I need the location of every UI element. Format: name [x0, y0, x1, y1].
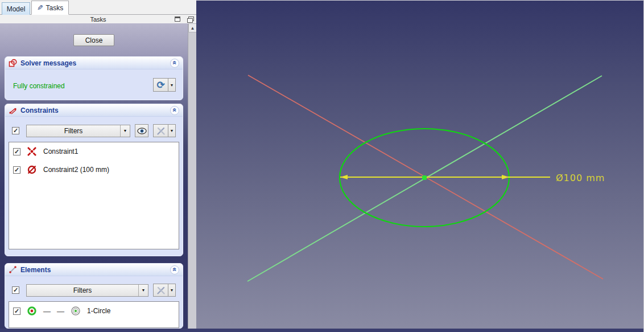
wrench-screwdriver-icon	[156, 286, 166, 295]
chevron-down-icon: ▼	[138, 285, 148, 296]
dimension-label: Ø100 mm	[556, 173, 605, 183]
solver-status-text: Fully constrained	[13, 82, 65, 90]
scroll-up-icon[interactable]: ▲	[188, 23, 197, 32]
constraint-label: Constraint2 (100 mm)	[43, 166, 109, 174]
elements-title: Elements	[20, 266, 167, 274]
constraints-check-all-checkbox[interactable]	[12, 127, 19, 134]
tab-tasks-label: Tasks	[46, 4, 64, 12]
constraint1-checkbox[interactable]	[13, 148, 20, 155]
constraints-filters-label: Filters	[27, 127, 120, 135]
circle-edge-icon	[27, 306, 37, 316]
elements-header[interactable]: Elements «	[5, 264, 183, 276]
dock-title: Tasks	[90, 16, 106, 23]
dock-titlebar: Tasks	[0, 15, 196, 23]
eye-icon	[137, 128, 147, 134]
element-label: 1-Circle	[87, 307, 110, 315]
wrench-screwdriver-icon	[156, 126, 166, 136]
elements-icon	[9, 265, 17, 274]
constraints-icon	[9, 106, 17, 114]
show-constraints-button[interactable]	[135, 124, 148, 137]
collapse-solver-icon[interactable]: «	[170, 59, 179, 68]
tab-model-label: Model	[7, 5, 26, 13]
diameter-constraint-icon	[27, 165, 37, 175]
elements-filters-dropdown[interactable]: Filters ▼	[26, 284, 148, 297]
coincident-constraint-icon	[27, 146, 37, 157]
viewport-background	[196, 1, 644, 332]
element-settings-button[interactable]	[153, 284, 168, 297]
constraints-section: Constraints « Filters ▼	[5, 104, 183, 256]
circle-center-icon	[71, 306, 81, 316]
float-window-icon[interactable]	[175, 17, 180, 22]
element-settings-dropdown[interactable]: ▼	[168, 284, 176, 297]
chevron-down-icon: ▼	[120, 125, 130, 137]
solver-messages-icon	[9, 59, 17, 67]
constraints-title: Constraints	[20, 106, 167, 114]
constraints-filters-dropdown[interactable]: Filters ▼	[26, 125, 130, 137]
task-scroll-area: Close Solver messages « Fully constraine…	[0, 23, 188, 329]
pen-icon: ✎	[37, 3, 43, 12]
constraint-label: Constraint1	[43, 147, 78, 155]
elements-section: Elements « Filters ▼	[5, 263, 183, 329]
panel-tabbar: Model ✎ Tasks	[0, 0, 196, 15]
collapse-elements-icon[interactable]: «	[170, 265, 179, 274]
constraint-settings-dropdown[interactable]: ▼	[168, 124, 176, 137]
freecad-window: Model ✎ Tasks Tasks Close	[0, 0, 644, 332]
tab-model[interactable]: Model	[2, 2, 30, 15]
elements-filters-label: Filters	[27, 286, 138, 294]
constraint2-checkbox[interactable]	[13, 166, 20, 174]
constraint-row[interactable]: Constraint1	[9, 142, 179, 161]
chevron-down-icon: ▼	[170, 129, 174, 133]
undock-window-icon[interactable]	[187, 17, 193, 22]
circle-center-point[interactable]	[422, 175, 427, 180]
chevron-down-icon: ▼	[170, 288, 174, 292]
dash-icon: —	[43, 307, 51, 315]
elements-check-all-checkbox[interactable]	[12, 286, 19, 294]
solver-messages-title: Solver messages	[20, 59, 167, 67]
solver-messages-section: Solver messages « Fully constrained ⟳ ▼	[5, 56, 183, 100]
constraint-settings-button[interactable]	[153, 124, 168, 137]
window-bottom-edge	[0, 329, 644, 332]
element-row[interactable]: — — 1-Circle	[9, 302, 179, 320]
dash-icon: —	[57, 307, 64, 315]
3d-viewport[interactable]: Ø100 mm	[196, 0, 644, 332]
tab-tasks[interactable]: ✎ Tasks	[31, 1, 69, 15]
solver-messages-header[interactable]: Solver messages «	[5, 57, 183, 69]
constraints-header[interactable]: Constraints «	[5, 104, 183, 117]
refresh-icon: ⟳	[156, 80, 164, 90]
constraint-row[interactable]: Constraint2 (100 mm)	[9, 161, 179, 179]
task-panel: Model ✎ Tasks Tasks Close	[0, 0, 196, 332]
panel-scrollbar[interactable]: ▲	[188, 23, 196, 329]
element1-checkbox[interactable]	[13, 308, 20, 315]
constraints-list: Constraint1 Constraint2 (100 mm)	[9, 142, 179, 249]
elements-list: — — 1-Circle	[9, 301, 179, 328]
collapse-constraints-icon[interactable]: «	[170, 106, 179, 115]
refresh-dropdown-button[interactable]: ▼	[168, 78, 176, 92]
chevron-down-icon: ▼	[170, 83, 174, 87]
close-button[interactable]: Close	[73, 34, 114, 46]
refresh-solver-button[interactable]: ⟳	[153, 78, 168, 92]
